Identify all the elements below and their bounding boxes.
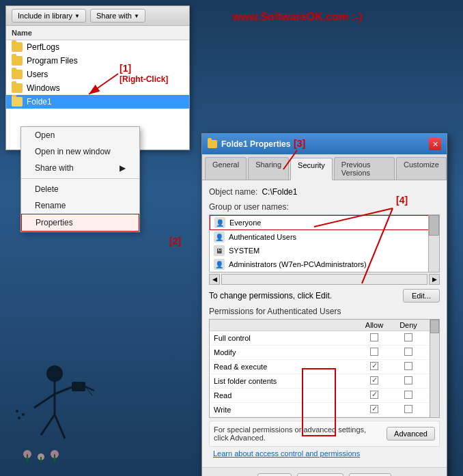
separator xyxy=(21,178,139,179)
include-library-button[interactable]: Include in library ▼ xyxy=(12,9,86,23)
submenu-arrow: ▶ xyxy=(120,163,126,173)
share-with-arrow: ▼ xyxy=(134,13,139,19)
allow-checkbox-modify[interactable] xyxy=(370,348,378,356)
folder-icon xyxy=(12,70,23,79)
object-name-label: Object name: xyxy=(209,187,257,197)
user-icon: 👤 xyxy=(214,232,225,242)
include-library-label: Include in library xyxy=(18,12,72,20)
share-with-button[interactable]: Share with ▼ xyxy=(90,9,145,23)
tab-security[interactable]: Security xyxy=(290,158,333,180)
list-navigation: ◀ ▶ xyxy=(209,274,440,285)
perms-row-write: Write xyxy=(210,403,430,417)
properties-dialog: Folde1 Properties ✕ General Sharing Secu… xyxy=(201,133,447,476)
deny-checkbox-read-execute[interactable] xyxy=(404,362,412,370)
change-perms-row: To change permissions, click Edit. Edit.… xyxy=(209,289,440,303)
special-perms-row: For special permissions or advanced sett… xyxy=(209,421,440,447)
item-label: Program Files xyxy=(27,56,78,66)
context-menu-properties[interactable]: Properties xyxy=(21,214,139,232)
scrollbar-thumb xyxy=(429,215,439,236)
user-everyone[interactable]: 👤 Everyone xyxy=(210,215,439,230)
include-library-arrow: ▼ xyxy=(74,13,80,19)
deny-checkbox-list-folder[interactable] xyxy=(404,376,412,384)
svg-line-2 xyxy=(34,394,55,408)
perms-label: Permissions for Authenticated Users xyxy=(209,307,440,316)
explorer-column-header: Name xyxy=(6,26,189,40)
context-menu-open[interactable]: Open xyxy=(21,127,139,143)
user-label: Authenticated Users xyxy=(229,233,296,241)
user-icon: 👤 xyxy=(214,217,225,228)
label-2: [2] xyxy=(169,236,181,247)
list-item[interactable]: Program Files xyxy=(6,54,189,68)
user-icon: 🖥 xyxy=(214,245,225,256)
edit-button[interactable]: Edit... xyxy=(403,289,440,303)
perms-table-header: Allow Deny xyxy=(210,320,430,331)
apply-button[interactable]: Apply xyxy=(349,473,391,476)
list-item[interactable]: Windows xyxy=(6,81,189,95)
user-authenticated[interactable]: 👤 Authenticated Users xyxy=(210,230,439,244)
permissions-table: Allow Deny Full control Modify Read & ex… xyxy=(209,319,440,418)
change-perms-text: To change permissions, click Edit. xyxy=(209,291,332,300)
perms-col-name xyxy=(214,321,357,329)
deny-checkbox-write[interactable] xyxy=(404,405,412,413)
object-name-value: C:\Folde1 xyxy=(262,187,297,197)
item-label: Users xyxy=(27,70,48,79)
nav-left-arrow[interactable]: ◀ xyxy=(209,274,220,285)
deny-checkbox-read[interactable] xyxy=(404,391,412,399)
context-menu-open-new-window[interactable]: Open in new window xyxy=(21,143,139,160)
learn-link[interactable]: Learn about access control and permissio… xyxy=(213,449,436,458)
deny-checkbox-modify[interactable] xyxy=(404,348,412,356)
dialog-footer: OK Cancel Apply xyxy=(202,467,447,476)
tab-sharing[interactable]: Sharing xyxy=(248,157,289,180)
tab-previous-versions[interactable]: Previous Versions xyxy=(334,157,395,180)
folder-icon xyxy=(12,42,23,52)
perms-scrollbar[interactable] xyxy=(430,320,439,417)
user-administrators[interactable]: 👤 Administrators (W7en-PC\Administrators… xyxy=(210,257,439,271)
users-list[interactable]: 👤 Everyone 👤 Authenticated Users 🖥 SYSTE… xyxy=(209,214,440,272)
nav-scrollbar[interactable] xyxy=(221,274,427,285)
dialog-titlebar: Folde1 Properties ✕ xyxy=(202,134,447,154)
folder-icon xyxy=(12,83,23,93)
cancel-button[interactable]: Cancel xyxy=(297,473,343,476)
user-label: SYSTEM xyxy=(229,247,259,255)
user-icon: 👤 xyxy=(214,259,225,270)
svg-line-10 xyxy=(41,415,55,435)
allow-checkbox-read-execute[interactable] xyxy=(370,362,378,370)
explorer-toolbar: Include in library ▼ Share with ▼ xyxy=(6,6,189,26)
context-menu-delete[interactable]: Delete xyxy=(21,181,139,197)
perms-col-deny: Deny xyxy=(391,321,425,329)
list-item[interactable]: PerfLogs xyxy=(6,40,189,54)
deny-checkbox-full-control[interactable] xyxy=(404,333,412,341)
perms-row-modify: Modify xyxy=(210,346,430,360)
share-with-label: Share with xyxy=(96,12,132,20)
users-scrollbar[interactable] xyxy=(428,215,439,272)
allow-checkbox-list-folder[interactable] xyxy=(370,376,378,384)
svg-point-7 xyxy=(18,417,20,419)
user-label: Everyone xyxy=(229,219,261,227)
user-system[interactable]: 🖥 SYSTEM xyxy=(210,244,439,257)
dialog-close-button[interactable]: ✕ xyxy=(429,138,441,150)
tab-customize[interactable]: Customize xyxy=(396,157,447,180)
context-menu: Open Open in new window Share with ▶ Del… xyxy=(20,126,140,232)
user-label: Administrators (W7en-PC\Administrators) xyxy=(229,260,367,268)
svg-point-8 xyxy=(22,413,25,416)
ok-button[interactable]: OK xyxy=(257,473,292,476)
item-label: PerfLogs xyxy=(27,42,59,52)
tab-general[interactable]: General xyxy=(205,157,247,180)
perms-row-read: Read xyxy=(210,389,430,403)
allow-checkbox-read[interactable] xyxy=(370,391,378,399)
perms-row-read-execute: Read & execute xyxy=(210,360,430,374)
folder-open-icon xyxy=(12,97,23,107)
advanced-button[interactable]: Advanced xyxy=(387,427,435,440)
allow-checkbox-full-control[interactable] xyxy=(370,333,378,341)
context-menu-rename[interactable]: Rename xyxy=(21,197,139,214)
dialog-content: Object name: C:\Folde1 Group or user nam… xyxy=(202,180,447,467)
context-menu-share-with[interactable]: Share with ▶ xyxy=(21,160,139,176)
nav-right-arrow[interactable]: ▶ xyxy=(429,274,440,285)
perms-col-allow: Allow xyxy=(357,321,391,329)
item-label: Folde1 xyxy=(27,97,52,107)
perms-row-list-folder: List folder contents xyxy=(210,374,430,389)
list-item[interactable]: Users xyxy=(6,68,189,81)
list-item-folde1[interactable]: Folde1 xyxy=(6,95,189,109)
title-folder-icon xyxy=(208,140,217,148)
allow-checkbox-write[interactable] xyxy=(370,405,378,413)
